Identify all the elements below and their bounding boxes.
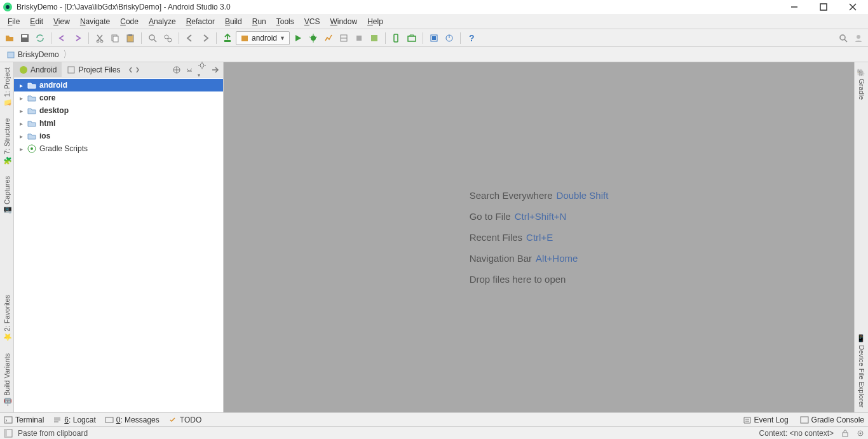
menu-tools[interactable]: Tools [271, 16, 299, 27]
gradle-icon: 🐘 [857, 67, 866, 76]
bottom-event-log[interactable]: Event Log [743, 415, 789, 424]
svg-rect-38 [8, 52, 14, 58]
menu-view[interactable]: View [48, 16, 75, 27]
expander-icon[interactable]: ▸ [18, 145, 24, 152]
menu-code[interactable]: Code [115, 16, 144, 27]
menu-build[interactable]: Build [220, 16, 247, 27]
collapse-icon[interactable] [185, 65, 194, 74]
back-icon[interactable] [183, 31, 197, 45]
breadcrumb-item[interactable]: BriskyDemo [3, 50, 63, 59]
menu-refactor[interactable]: Refactor [181, 16, 220, 27]
gear-icon[interactable]: ▾ [198, 61, 207, 79]
find-icon[interactable] [146, 31, 159, 45]
undo-icon[interactable] [55, 31, 69, 45]
expander-icon[interactable]: ▸ [18, 133, 24, 140]
run-config-selector[interactable]: android ▼ [236, 31, 290, 45]
svg-rect-26 [356, 36, 362, 41]
help-icon[interactable]: ? [465, 31, 478, 45]
tree-row-desktop[interactable]: ▸desktop [14, 104, 223, 117]
folder-icon [27, 131, 37, 141]
folder-icon [27, 105, 37, 116]
sdk-manager-icon[interactable] [405, 31, 419, 45]
svg-line-36 [844, 39, 847, 42]
hint-shortcut: Ctrl+E [526, 232, 553, 243]
paste-icon[interactable] [123, 31, 137, 45]
gutter-structure[interactable]: 🧩7: Structure [3, 118, 11, 166]
run-icon[interactable] [291, 31, 305, 45]
tab-project-files[interactable]: Project Files [62, 62, 125, 77]
tree-row-html[interactable]: ▸html [14, 117, 223, 130]
cut-icon[interactable] [93, 31, 107, 45]
folder-icon [27, 118, 37, 128]
tree-row-android[interactable]: ▸android [14, 79, 223, 91]
project-tree[interactable]: ▸android▸core▸desktop▸html▸ios▸Gradle Sc… [14, 78, 223, 412]
menu-run[interactable]: Run [247, 16, 271, 27]
make-icon[interactable] [220, 31, 234, 45]
expander-icon[interactable]: ▸ [18, 82, 24, 89]
gutter-captures[interactable]: 📷Captures [3, 176, 11, 216]
gutter-gradle[interactable]: 🐘Gradle [857, 67, 866, 100]
avd-manager-icon[interactable] [390, 31, 403, 45]
profile-icon[interactable] [322, 31, 336, 45]
gutter-device-explorer[interactable]: 📱Device File Explorer [857, 334, 866, 407]
menu-navigate[interactable]: Navigate [75, 16, 115, 27]
user-icon[interactable] [851, 31, 865, 45]
save-icon[interactable] [18, 31, 32, 45]
hint-row: Go to FileCtrl+Shift+N [470, 211, 609, 222]
svg-rect-7 [22, 35, 27, 37]
menu-help[interactable]: Help [362, 16, 388, 27]
maximize-button[interactable] [815, 1, 832, 13]
expander-icon[interactable]: ▸ [18, 95, 24, 102]
attach-debug-icon[interactable] [337, 31, 351, 45]
svg-rect-52 [843, 433, 848, 436]
tree-label: html [39, 119, 55, 128]
expander-icon[interactable]: ▸ [18, 107, 24, 114]
menu-file[interactable]: File [3, 16, 25, 27]
gutter-project[interactable]: 📁1: Project [3, 67, 11, 108]
hint-label: Recent Files [470, 232, 522, 243]
tree-row-gradle-scripts[interactable]: ▸Gradle Scripts [14, 142, 223, 155]
tree-label: desktop [39, 106, 69, 115]
svg-text:?: ? [469, 33, 475, 43]
status-context[interactable]: Context: <no context> [759, 429, 834, 438]
menu-edit[interactable]: Edit [25, 16, 48, 27]
event-log-icon [743, 415, 752, 424]
svg-rect-51 [4, 429, 7, 437]
bottom-terminal[interactable]: Terminal [4, 415, 44, 424]
bottom-logcat[interactable]: 6: Logcat [53, 415, 95, 424]
redo-icon[interactable] [71, 31, 85, 45]
lock-icon[interactable] [841, 429, 849, 437]
tree-row-core[interactable]: ▸core [14, 91, 223, 104]
menu-vcs[interactable]: VCS [299, 16, 325, 27]
hide-icon[interactable] [210, 65, 219, 74]
forward-icon[interactable] [198, 31, 212, 45]
sync-icon[interactable] [33, 31, 47, 45]
split-icon[interactable] [129, 66, 139, 74]
android-studio-icon [3, 2, 13, 12]
layout-inspector-icon[interactable] [427, 31, 441, 45]
close-button[interactable] [844, 1, 862, 13]
replace-icon[interactable] [161, 31, 175, 45]
copy-icon[interactable] [108, 31, 122, 45]
open-icon[interactable] [3, 31, 17, 45]
menu-analyze[interactable]: Analyze [144, 16, 181, 27]
minimize-button[interactable] [785, 1, 803, 13]
bottom-gradle-console[interactable]: Gradle Console [800, 415, 864, 424]
gutter-build-variants[interactable]: 🤖Build Variants [3, 353, 11, 407]
menu-window[interactable]: Window [325, 16, 362, 27]
apply-changes-icon[interactable] [367, 31, 381, 45]
gutter-favorites[interactable]: ⭐2: Favorites [3, 295, 11, 342]
tool-windows-toggle-icon[interactable] [4, 429, 13, 438]
bottom-messages[interactable]: 0: Messages [105, 415, 159, 424]
tab-android[interactable]: Android [14, 62, 62, 77]
expander-icon[interactable]: ▸ [18, 120, 24, 127]
android-profiler-icon[interactable] [442, 31, 456, 45]
debug-icon[interactable] [306, 31, 320, 45]
tree-row-ios[interactable]: ▸ios [14, 130, 223, 142]
stop-icon[interactable] [352, 31, 366, 45]
star-icon: ⭐ [3, 334, 11, 343]
bottom-todo[interactable]: TODO [168, 415, 201, 424]
inspections-icon[interactable] [857, 429, 864, 437]
locate-icon[interactable] [172, 65, 181, 74]
search-icon[interactable] [836, 31, 850, 45]
